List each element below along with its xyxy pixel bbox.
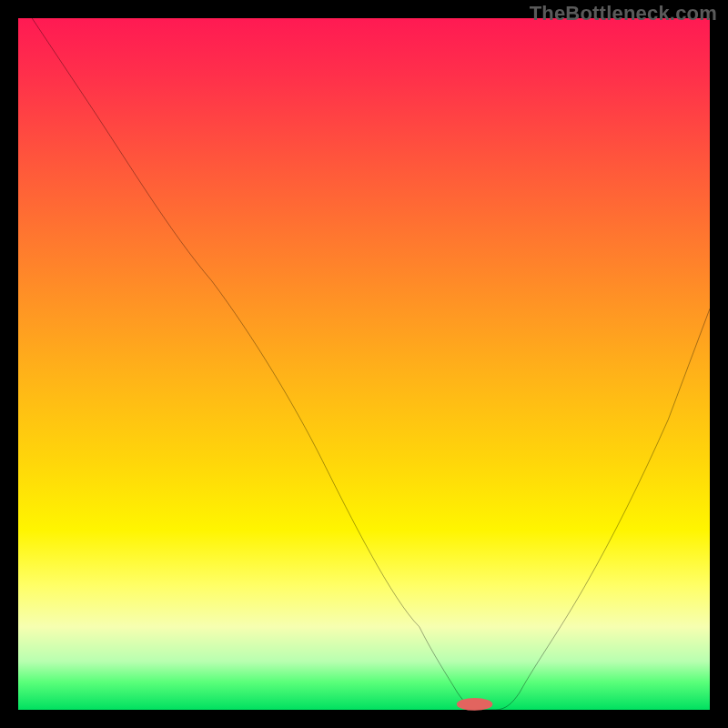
chart-frame: TheBottleneck.com bbox=[0, 0, 728, 728]
bottleneck-curve bbox=[32, 18, 710, 710]
optimal-marker bbox=[457, 698, 493, 711]
curve-layer bbox=[18, 18, 710, 710]
watermark-text: TheBottleneck.com bbox=[530, 2, 717, 25]
